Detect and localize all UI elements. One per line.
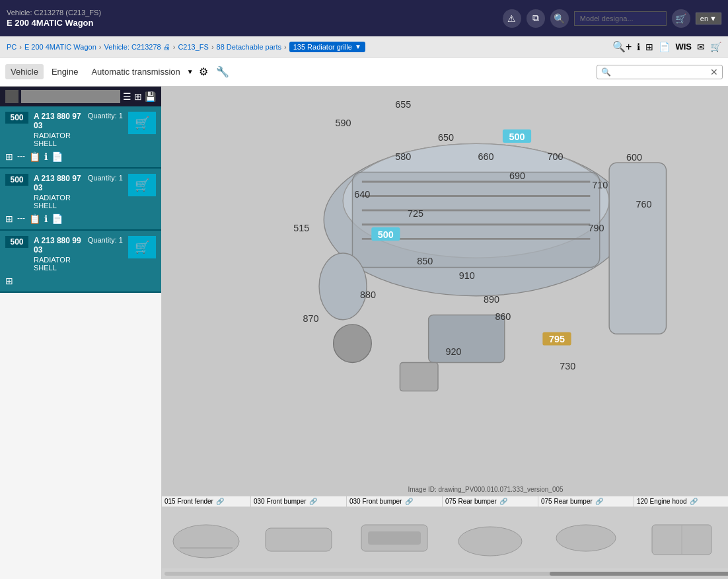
parts-list-save-btn[interactable]: 💾 xyxy=(145,91,156,102)
svg-text:725: 725 xyxy=(408,208,423,219)
thumb-front-bumper-1-label: 030 Front bumper xyxy=(254,498,307,505)
part-info2-btn-2[interactable]: ℹ xyxy=(44,213,48,224)
part-name-2: RADIATOR SHELL xyxy=(34,194,83,210)
parts-list-expand-btn[interactable]: ⊞ xyxy=(134,91,142,102)
header-icons: ⚠ ⧉ 🔍 🛒 en ▼ xyxy=(503,9,721,28)
parts-search-input[interactable] xyxy=(611,67,710,77)
breadcrumb-pc[interactable]: PC xyxy=(7,43,17,51)
tab-automatic-transmission[interactable]: Automatic transmission xyxy=(86,64,185,79)
svg-point-41 xyxy=(173,525,239,558)
warning-icon[interactable]: ⚠ xyxy=(503,9,521,28)
thumb-front-bumper-2[interactable]: 030 Front bumper 🔗 xyxy=(347,496,443,568)
horizontal-scrollbar[interactable] xyxy=(162,568,728,579)
breadcrumb-model[interactable]: E 200 4MATIC Wagon xyxy=(24,43,96,51)
zoom-in-btn[interactable]: 🔍+ xyxy=(612,40,632,53)
settings-icon-btn[interactable]: ⚙ xyxy=(196,63,211,81)
part-name-1: RADIATOR SHELL xyxy=(34,132,83,147)
svg-text:880: 880 xyxy=(360,290,376,300)
svg-text:760: 760 xyxy=(636,199,651,210)
language-selector[interactable]: en ▼ xyxy=(696,13,721,24)
header: Vehicle: C213278 (C213_FS) E 200 4MATIC … xyxy=(0,0,728,36)
svg-text:790: 790 xyxy=(588,223,604,233)
thumb-front-bumper-2-img xyxy=(347,507,442,568)
tab-engine[interactable]: Engine xyxy=(46,64,83,79)
bike-icon-btn[interactable]: 🔧 xyxy=(213,63,232,81)
svg-point-8 xyxy=(319,253,367,320)
svg-text:590: 590 xyxy=(336,118,351,128)
thumb-rear-bumper-1-img xyxy=(443,507,538,568)
svg-point-46 xyxy=(458,527,522,556)
info-btn[interactable]: ℹ xyxy=(637,42,640,52)
svg-text:910: 910 xyxy=(459,270,475,281)
svg-point-47 xyxy=(556,525,616,551)
thumb-rear-bumper-1[interactable]: 075 Rear bumper 🔗 xyxy=(443,496,538,568)
thumb-engine-hood[interactable]: 120 Engine hood 🔗 xyxy=(634,496,728,568)
svg-text:710: 710 xyxy=(592,180,608,190)
part-item-3: 500 A 213 880 99 03 RADIATOR SHELL Quant… xyxy=(0,231,161,293)
scrollbar-track[interactable] xyxy=(164,572,728,576)
model-label: E 200 4MATIC Wagon xyxy=(7,18,101,28)
part-info-btn-2[interactable]: 📋 xyxy=(29,213,40,224)
svg-text:640: 640 xyxy=(354,189,370,200)
thumb-front-fender[interactable]: 015 Front fender 🔗 xyxy=(162,496,251,568)
thumb-engine-hood-img xyxy=(634,507,728,568)
part-info-btn-1[interactable]: 📋 xyxy=(29,151,40,162)
part-dash-2: --- xyxy=(17,213,25,224)
thumb-rear-bumper-2-label: 075 Rear bumper xyxy=(541,498,593,505)
filter-btn[interactable]: ⊞ xyxy=(645,42,653,52)
part-name-3: RADIATOR SHELL xyxy=(34,256,83,272)
breadcrumb-vehicle[interactable]: Vehicle: C213278 🖨 xyxy=(104,43,170,51)
parts-list-icon-btn[interactable]: ☰ xyxy=(123,91,131,102)
toolbar: Vehicle Engine Automatic transmission ▼ … xyxy=(0,58,728,87)
cart-icon-header[interactable]: 🛒 xyxy=(672,9,690,28)
doc-btn[interactable]: 📄 xyxy=(659,42,670,52)
part-doc-btn-1[interactable]: 📄 xyxy=(52,151,63,162)
cart-breadcrumb-btn[interactable]: 🛒 xyxy=(710,42,721,52)
part-grid-btn-1[interactable]: ⊞ xyxy=(5,151,13,162)
parts-list: ☰ ⊞ 💾 500 A 213 880 97 03 RADIATOR SHELL… xyxy=(0,87,162,579)
svg-text:500: 500 xyxy=(378,229,394,240)
thumb-front-fender-label: 015 Front fender xyxy=(164,498,213,505)
lang-arrow: ▼ xyxy=(710,15,717,22)
search-icon: 🔍 xyxy=(601,67,611,77)
search-clear-btn[interactable]: ✕ xyxy=(710,67,718,77)
svg-text:690: 690 xyxy=(509,171,525,181)
svg-rect-45 xyxy=(368,531,421,545)
part-cart-btn-3[interactable]: 🛒 xyxy=(128,236,156,258)
part-cart-btn-1[interactable]: 🛒 xyxy=(128,112,156,134)
parts-list-body: 500 A 213 880 97 03 RADIATOR SHELL Quant… xyxy=(0,106,161,579)
part-dash-1: --- xyxy=(17,151,25,162)
thumb-front-bumper-1[interactable]: 030 Front bumper 🔗 xyxy=(251,496,347,568)
svg-text:580: 580 xyxy=(395,151,411,162)
parts-filter-input[interactable] xyxy=(21,90,120,103)
parts-color-box xyxy=(5,90,18,103)
parts-list-header: ☰ ⊞ 💾 xyxy=(0,87,161,106)
breadcrumb-current[interactable]: 135 Radiator grille ▼ xyxy=(289,42,365,52)
svg-rect-9 xyxy=(429,315,505,362)
part-info2-btn-1[interactable]: ℹ xyxy=(44,151,48,162)
svg-text:890: 890 xyxy=(484,294,499,305)
thumb-external-link-icon-6: 🔗 xyxy=(690,498,698,505)
model-search-input[interactable] xyxy=(574,11,667,26)
part-cart-btn-2[interactable]: 🛒 xyxy=(128,174,156,196)
breadcrumb-c213fs[interactable]: C213_FS xyxy=(178,43,208,51)
tab-vehicle[interactable]: Vehicle xyxy=(5,64,44,79)
header-left: Vehicle: C213278 (C213_FS) E 200 4MATIC … xyxy=(7,9,101,28)
svg-point-11 xyxy=(334,325,372,363)
thumb-rear-bumper-2[interactable]: 075 Rear bumper 🔗 xyxy=(538,496,634,568)
thumb-front-bumper-2-label: 030 Front bumper xyxy=(349,498,402,505)
part-doc-btn-2[interactable]: 📄 xyxy=(52,213,63,224)
wis-btn[interactable]: WIS xyxy=(675,42,692,52)
copy-icon[interactable]: ⧉ xyxy=(527,9,545,28)
part-grid-btn-3[interactable]: ⊞ xyxy=(5,276,13,286)
svg-text:500: 500 xyxy=(509,132,525,142)
svg-rect-10 xyxy=(609,163,666,334)
breadcrumb-detachable[interactable]: 88 Detachable parts xyxy=(217,43,281,51)
tab-automatic-transmission-container: Automatic transmission ▼ xyxy=(86,64,193,79)
mail-btn[interactable]: ✉ xyxy=(697,42,705,52)
part-grid-btn-2[interactable]: ⊞ xyxy=(5,213,13,224)
scrollbar-thumb[interactable] xyxy=(550,572,728,576)
svg-text:860: 860 xyxy=(495,311,511,322)
svg-rect-12 xyxy=(400,362,438,391)
search-icon-header[interactable]: 🔍 xyxy=(550,9,569,28)
